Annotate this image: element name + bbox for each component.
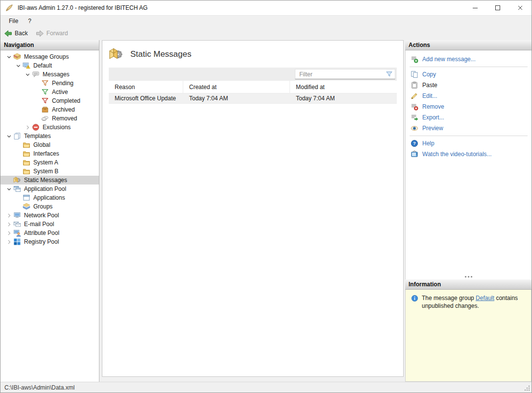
chevron-right-icon[interactable] (4, 221, 13, 228)
toolbar: Back Forward (0, 26, 532, 40)
static-messages-icon (109, 47, 123, 62)
svg-text:?: ? (413, 140, 416, 146)
tree-item-label: System A (33, 159, 58, 166)
chevron-spacer (32, 115, 41, 122)
tree-item-completed[interactable]: Completed (0, 96, 99, 105)
tree-item-active[interactable]: Active (0, 88, 99, 96)
chevron-down-icon[interactable] (4, 133, 13, 139)
navigation-header: Navigation (0, 40, 99, 50)
information-body: The message group Default contains unpub… (405, 290, 532, 382)
email-icon (13, 220, 21, 228)
tree-item-e-mail-pool[interactable]: E-mail Pool (0, 220, 99, 229)
tree-item-interfaces[interactable]: Interfaces (0, 149, 99, 158)
messages-icon (32, 70, 40, 78)
main-panel: Static Messages ReasonCreated atModified… (102, 40, 404, 377)
chevron-down-icon[interactable] (4, 53, 13, 60)
tree-item-default[interactable]: Default (0, 61, 99, 70)
maximize-icon (494, 4, 502, 12)
action-paste[interactable]: Paste (406, 80, 532, 91)
menu-item-help[interactable]: ? (23, 16, 36, 26)
folder-icon (23, 150, 30, 158)
chevron-spacer (14, 159, 23, 166)
tree-item-label: Active (52, 89, 68, 95)
back-button[interactable]: Back (4, 29, 28, 38)
tree-item-system-b[interactable]: System B (0, 167, 99, 176)
action-remove[interactable]: Remove (406, 101, 532, 112)
tree-item-network-pool[interactable]: Network Pool (0, 211, 99, 220)
chevron-spacer (14, 141, 23, 148)
chevron-right-icon[interactable] (4, 230, 13, 236)
chevron-spacer (14, 203, 23, 210)
panel-splitter-handle[interactable] (405, 274, 532, 279)
tree-item-messages[interactable]: Messages (0, 70, 99, 79)
folder-icon (23, 141, 30, 149)
close-button[interactable] (509, 0, 532, 15)
archive-icon (41, 106, 49, 114)
forward-button[interactable]: Forward (36, 29, 68, 38)
chevron-down-icon[interactable] (4, 185, 13, 192)
tree-item-global[interactable]: Global (0, 140, 99, 149)
tree-item-label: Static Messages (24, 177, 67, 184)
action-add-new-message[interactable]: Add new message... (406, 54, 532, 65)
network-icon (13, 211, 21, 219)
menubar: File ? (0, 15, 532, 26)
chevron-down-icon[interactable] (14, 62, 23, 69)
menu-item-file[interactable]: File (4, 16, 23, 26)
tree-item-label: Removed (52, 115, 77, 122)
message-remove-icon (411, 103, 418, 111)
close-icon (516, 4, 524, 12)
default-group-link[interactable]: Default (476, 295, 494, 301)
chevron-right-icon[interactable] (4, 238, 13, 245)
tree-item-templates[interactable]: Templates (0, 132, 99, 140)
information-header: Information (405, 279, 532, 290)
action-label: Watch the video-tutorials... (422, 151, 492, 158)
action-preview[interactable]: Preview (406, 123, 532, 134)
column-header-reason[interactable]: Reason (109, 81, 183, 93)
tree-item-label: Exclusions (43, 124, 71, 131)
filter-input[interactable] (295, 69, 395, 79)
tree-item-pending[interactable]: Pending (0, 79, 99, 88)
actions-separator (410, 136, 528, 136)
tree-item-archived[interactable]: Archived (0, 105, 99, 114)
table-row[interactable]: Microsoft Office UpdateToday 7:04 AMToda… (109, 93, 397, 104)
tree-item-system-a[interactable]: System A (0, 158, 99, 167)
action-export[interactable]: Export... (406, 112, 532, 123)
tree-item-attribute-pool[interactable]: Attribute Pool (0, 229, 99, 237)
actions-panel: Actions Add new message...CopyPasteEdit.… (405, 40, 532, 274)
statusbar: C:\IBI-aws\Admin\Data.xml (0, 382, 532, 393)
tree-item-groups[interactable]: Groups (0, 202, 99, 211)
tree-item-message-groups[interactable]: Message Groups (0, 52, 99, 61)
chevron-right-icon[interactable] (4, 212, 13, 219)
tree-item-application-pool[interactable]: Application Pool (0, 185, 99, 193)
action-watch-the-video-tutorials[interactable]: Watch the video-tutorials... (406, 149, 532, 160)
resize-grip[interactable] (523, 384, 531, 392)
chevron-right-icon[interactable] (23, 124, 32, 131)
exclusions-icon (32, 123, 40, 131)
preview-icon (411, 124, 418, 132)
app-body: Navigation Message GroupsDefaultMessages… (0, 40, 532, 382)
action-label: Copy (422, 71, 436, 78)
action-help[interactable]: ?Help (406, 138, 532, 149)
action-label: Add new message... (422, 56, 476, 63)
action-edit[interactable]: Edit... (406, 91, 532, 101)
navigation-tree: Message GroupsDefaultMessagesPendingActi… (0, 50, 99, 382)
back-arrow-icon (4, 29, 12, 38)
chevron-spacer (32, 80, 41, 87)
action-copy[interactable]: Copy (406, 69, 532, 80)
column-header-created-at[interactable]: Created at (183, 81, 290, 93)
maximize-button[interactable] (486, 0, 509, 15)
tree-item-static-messages[interactable]: Static Messages (0, 176, 99, 185)
tree-item-exclusions[interactable]: Exclusions (0, 123, 99, 132)
action-label: Paste (422, 82, 437, 89)
tree-item-registry-pool[interactable]: Registry Pool (0, 237, 99, 246)
column-header-modified-at[interactable]: Modified at (290, 81, 397, 93)
filter-funnel-icon[interactable] (386, 70, 393, 78)
navigation-panel: Navigation Message GroupsDefaultMessages… (0, 40, 99, 382)
folder-icon (23, 167, 30, 175)
minimize-button[interactable] (464, 0, 486, 15)
app-window: IBI-aws Admin 1.27.0 - registered for IB… (0, 0, 532, 393)
tree-item-applications[interactable]: Applications (0, 193, 99, 202)
chevron-down-icon[interactable] (23, 71, 32, 78)
chevron-spacer (14, 194, 23, 201)
tree-item-removed[interactable]: Removed (0, 114, 99, 123)
